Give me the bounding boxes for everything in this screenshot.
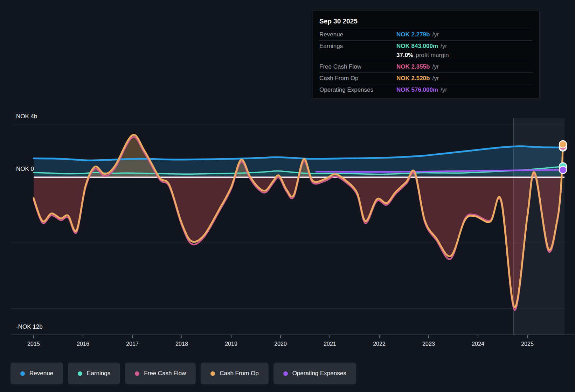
x-tick-label: 2015 <box>27 341 40 347</box>
tooltip-label: Free Cash Flow <box>319 63 396 70</box>
tooltip-unit: /yr <box>432 31 439 38</box>
legend-button-cash-from-op[interactable]: Cash From Op <box>201 363 268 384</box>
tooltip-unit: /yr <box>432 63 439 70</box>
tooltip-value: NOK 2.355b <box>396 63 430 70</box>
tooltip-date: Sep 30 2025 <box>319 15 533 29</box>
legend-dot-icon <box>78 371 82 376</box>
tooltip-row-earnings: Earnings NOK 843.000m /yr <box>319 40 533 52</box>
cashflow-chart-page: 2015201620172018201920202021202220232024… <box>0 0 575 392</box>
tooltip-value: 37.0% <box>396 52 413 59</box>
tooltip-row-operating-expenses: Operating Expenses NOK 576.000m /yr <box>319 84 533 96</box>
x-tick-label: 2020 <box>274 341 287 347</box>
legend-button-revenue[interactable]: Revenue <box>11 363 63 384</box>
legend-dot-icon <box>283 371 288 376</box>
legend-label: Earnings <box>87 370 110 377</box>
x-tick-label: 2021 <box>324 341 336 347</box>
tooltip-value: NOK 2.520b <box>396 75 430 82</box>
legend-label: Free Cash Flow <box>144 370 186 377</box>
tooltip-label: Revenue <box>319 31 396 38</box>
legend-button-operating-expenses[interactable]: Operating Expenses <box>273 363 356 384</box>
x-tick-label: 2019 <box>225 341 237 347</box>
legend-dot-icon <box>20 371 25 376</box>
legend-dot-icon <box>135 371 139 376</box>
x-tick-label: 2022 <box>373 341 386 347</box>
legend-label: Revenue <box>29 370 53 377</box>
tooltip-row-profit-margin: 37.0% profit margin <box>319 52 533 61</box>
tooltip-row-revenue: Revenue NOK 2.279b /yr <box>319 29 533 40</box>
tooltip-label: Earnings <box>319 43 396 50</box>
tooltip-value: NOK 843.000m <box>396 43 438 50</box>
legend-label: Cash From Op <box>220 370 258 377</box>
tooltip-label: Operating Expenses <box>319 86 396 93</box>
end-marker-cash-from-op <box>559 141 567 148</box>
y-tick-label: NOK 0 <box>16 166 34 172</box>
tooltip-value: NOK 2.279b <box>396 31 430 38</box>
end-marker-operating-expenses <box>559 166 567 174</box>
x-tick-label: 2017 <box>126 341 139 347</box>
legend-label: Operating Expenses <box>292 370 346 377</box>
x-tick-label: 2024 <box>472 341 484 347</box>
chart-tooltip: Sep 30 2025 Revenue NOK 2.279b /yr Earni… <box>313 11 540 99</box>
tooltip-row-free-cash-flow: Free Cash Flow NOK 2.355b /yr <box>319 61 533 72</box>
tooltip-value: NOK 576.000m <box>396 86 438 93</box>
tooltip-unit: /yr <box>441 43 447 50</box>
tooltip-label: Cash From Op <box>319 75 396 82</box>
chart-legend: RevenueEarningsFree Cash FlowCash From O… <box>11 363 356 384</box>
x-tick-label: 2025 <box>521 341 534 347</box>
x-tick-label: 2023 <box>422 341 435 347</box>
tooltip-unit: profit margin <box>416 52 449 59</box>
x-tick-label: 2016 <box>77 341 89 347</box>
x-tick-label: 2018 <box>175 341 188 347</box>
legend-button-free-cash-flow[interactable]: Free Cash Flow <box>125 363 196 384</box>
y-tick-label: -NOK 12b <box>16 323 43 330</box>
tooltip-row-cash-from-op: Cash From Op NOK 2.520b /yr <box>319 72 533 84</box>
legend-dot-icon <box>210 371 215 376</box>
tooltip-unit: /yr <box>432 75 439 82</box>
y-tick-label: NOK 4b <box>16 113 37 120</box>
legend-button-earnings[interactable]: Earnings <box>68 363 120 384</box>
tooltip-unit: /yr <box>441 86 447 93</box>
